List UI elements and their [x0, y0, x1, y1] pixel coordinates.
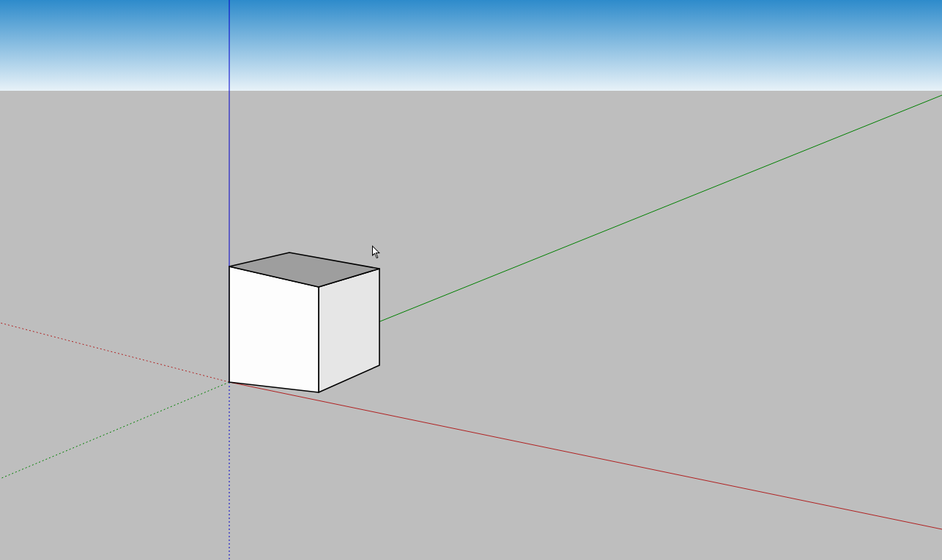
cube-face-front — [229, 266, 319, 392]
ground — [0, 91, 942, 560]
3d-viewport[interactable] — [0, 0, 942, 560]
scene-svg — [0, 0, 942, 560]
cube[interactable] — [229, 253, 379, 392]
sky — [0, 0, 942, 91]
